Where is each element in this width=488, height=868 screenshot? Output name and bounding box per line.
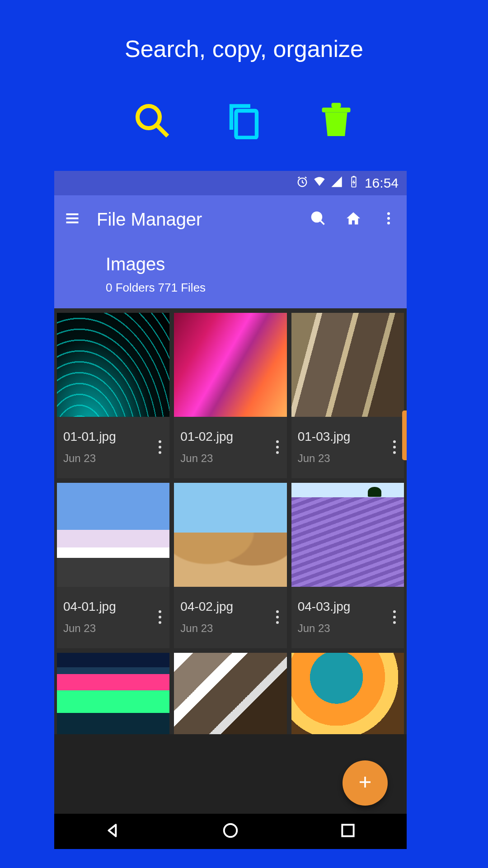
file-name: 04-02.jpg [180,599,233,614]
folder-subtitle: 0 Folders 771 Files [106,281,397,295]
thumbnail [174,313,286,417]
search-button[interactable] [310,210,326,228]
svg-point-8 [312,212,322,222]
file-date: Jun 23 [180,452,233,465]
file-date: Jun 23 [298,622,351,635]
svg-point-11 [387,217,390,220]
folder-title: Images [106,254,397,274]
copy-icon [225,101,263,141]
file-name: 04-03.jpg [298,599,351,614]
nav-back-button[interactable] [104,822,122,841]
file-tile[interactable] [174,653,286,734]
thumbnail [291,313,404,417]
tile-overflow-icon[interactable] [393,440,398,454]
status-bar: 16:54 [54,171,407,195]
file-date: Jun 23 [63,452,116,465]
hero-title: Search, copy, organize [0,0,488,62]
phone-frame: 16:54 File Manager Images 0 Folders 771 … [54,171,407,849]
file-tile[interactable]: 01-02.jpg Jun 23 [174,313,286,478]
svg-point-10 [387,212,390,215]
tile-overflow-icon[interactable] [159,440,163,454]
file-tile[interactable] [291,653,404,734]
file-name: 01-02.jpg [180,429,233,444]
svg-rect-14 [342,825,353,836]
status-time: 16:54 [365,175,399,191]
thumbnail [291,653,404,734]
overflow-menu-button[interactable] [380,210,397,228]
app-bar: File Manager Images 0 Folders 771 Files [54,195,407,308]
file-tile[interactable]: 04-02.jpg Jun 23 [174,483,286,648]
thumbnail [174,483,286,587]
nav-recents-button[interactable] [339,822,357,841]
svg-rect-2 [236,111,257,138]
file-date: Jun 23 [63,622,116,635]
file-tile[interactable]: 01-01.jpg Jun 23 [57,313,169,478]
hero-icon-row [0,101,488,141]
thumbnail [57,483,169,587]
thumbnail [57,653,169,734]
app-title: File Manager [97,209,310,230]
thumbnail [291,483,404,587]
file-tile[interactable]: 04-01.jpg Jun 23 [57,483,169,648]
alarm-icon [296,175,309,191]
plus-icon [357,774,373,792]
svg-point-12 [387,222,390,225]
thumbnail [174,653,286,734]
svg-rect-7 [353,176,355,177]
svg-rect-4 [332,103,341,108]
tile-overflow-icon[interactable] [276,440,281,454]
wifi-icon [313,175,326,191]
delete-icon [317,101,355,141]
image-grid[interactable]: 01-01.jpg Jun 23 01-02.jpg Jun 23 01-03.… [54,308,407,734]
menu-icon[interactable] [64,210,80,228]
file-name: 04-01.jpg [63,599,116,614]
svg-point-13 [224,824,237,837]
svg-point-0 [138,106,160,128]
svg-rect-3 [322,108,351,113]
file-tile[interactable] [57,653,169,734]
nav-home-button[interactable] [222,822,239,841]
file-date: Jun 23 [180,622,233,635]
tile-overflow-icon[interactable] [159,610,163,624]
file-name: 01-01.jpg [63,429,116,444]
svg-line-9 [320,221,324,225]
tile-overflow-icon[interactable] [276,610,281,624]
thumbnail [57,313,169,417]
scroll-indicator[interactable] [402,410,407,460]
file-tile[interactable]: 04-03.jpg Jun 23 [291,483,404,648]
android-nav-bar [54,814,407,849]
search-icon [133,101,171,141]
file-name: 01-03.jpg [298,429,351,444]
battery-icon [347,175,360,191]
file-date: Jun 23 [298,452,351,465]
home-button[interactable] [345,210,361,228]
fab-add-button[interactable] [343,760,388,806]
signal-icon [330,175,343,191]
svg-line-1 [157,125,168,137]
file-tile[interactable]: 01-03.jpg Jun 23 [291,313,404,478]
tile-overflow-icon[interactable] [393,610,398,624]
